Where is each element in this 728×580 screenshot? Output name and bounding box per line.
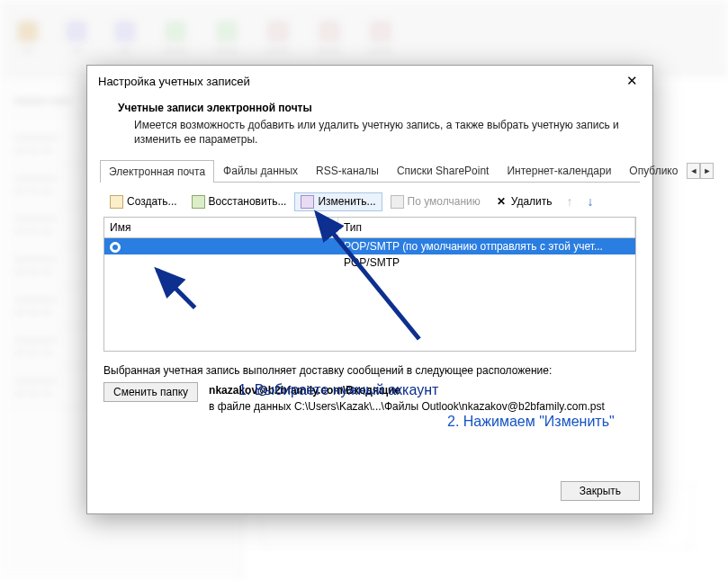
col-type[interactable]: Тип <box>338 218 635 237</box>
create-button[interactable]: Создать... <box>103 192 184 211</box>
list-header: Имя Тип <box>104 218 635 238</box>
restore-button[interactable]: Восстановить... <box>185 192 293 211</box>
delivery-section: Выбранная учетная запись выполняет доста… <box>103 364 636 415</box>
delete-icon: ✕ <box>495 195 508 208</box>
tab-scroll-left[interactable]: ◄ <box>687 163 700 179</box>
annotation-step-2: 2. Нажимаем "Изменить" <box>447 414 615 430</box>
edit-label: Изменить... <box>318 195 375 208</box>
close-button[interactable]: Закрыть <box>561 481 640 501</box>
default-icon <box>391 195 404 209</box>
delivery-path-name: nkazakov@b2bfamily.com\Входящие <box>209 382 605 398</box>
accounts-toolbar: Создать... Восстановить... Изменить... П… <box>87 183 652 217</box>
delete-button[interactable]: ✕ Удалить <box>489 192 559 210</box>
tab-sharepoint[interactable]: Списки SharePoint <box>388 159 499 182</box>
move-up-button: ↑ <box>561 192 580 211</box>
default-check-icon <box>110 242 121 253</box>
restore-icon <box>192 195 205 209</box>
arrow-down-icon: ↓ <box>588 194 594 209</box>
delivery-path-detail: в файле данных C:\Users\Kazak\...\Файлы … <box>209 398 605 415</box>
arrow-up-icon: ↑ <box>567 194 573 209</box>
dialog-header: Учетные записи электронной почты Имеется… <box>87 96 652 159</box>
dialog-footer: Закрыть <box>87 472 652 513</box>
change-folder-button[interactable]: Сменить папку <box>103 382 198 402</box>
account-settings-dialog: Настройка учетных записей ✕ Учетные запи… <box>86 65 653 514</box>
tab-data-files[interactable]: Файлы данных <box>214 159 307 182</box>
tab-internet-cal[interactable]: Интернет-календари <box>498 159 620 182</box>
dialog-title: Настройка учетных записей <box>98 75 250 88</box>
account-row[interactable]: POP/SMTP <box>104 254 635 271</box>
tab-strip: Электронная почта Файлы данных RSS-канал… <box>100 159 640 183</box>
tab-rss[interactable]: RSS-каналы <box>307 159 388 182</box>
tab-published[interactable]: Опублико <box>620 159 687 182</box>
header-title: Учетные записи электронной почты <box>118 102 631 114</box>
delete-label: Удалить <box>511 195 553 208</box>
account-type: POP/SMTP <box>338 255 635 270</box>
col-name[interactable]: Имя <box>104 218 338 237</box>
close-icon[interactable]: ✕ <box>623 73 642 89</box>
tab-email[interactable]: Электронная почта <box>100 160 214 183</box>
create-icon <box>110 195 123 209</box>
default-label: По умолчанию <box>408 195 481 208</box>
restore-label: Восстановить... <box>209 195 287 208</box>
header-text: Имеется возможность добавить или удалить… <box>118 118 631 147</box>
dialog-titlebar: Настройка учетных записей ✕ <box>87 66 652 96</box>
move-down-button[interactable]: ↓ <box>581 192 600 211</box>
set-default-button: По умолчанию <box>384 192 487 211</box>
edit-icon <box>301 195 314 209</box>
create-label: Создать... <box>127 195 177 208</box>
delivery-label: Выбранная учетная запись выполняет доста… <box>103 364 636 377</box>
tab-scroll-right[interactable]: ► <box>700 163 714 179</box>
edit-button[interactable]: Изменить... <box>294 192 382 211</box>
account-row[interactable]: POP/SMTP (по умолчанию отправлять с этой… <box>104 238 635 254</box>
account-type: POP/SMTP (по умолчанию отправлять с этой… <box>338 239 635 254</box>
accounts-list: Имя Тип POP/SMTP (по умолчанию отправлят… <box>103 217 636 352</box>
